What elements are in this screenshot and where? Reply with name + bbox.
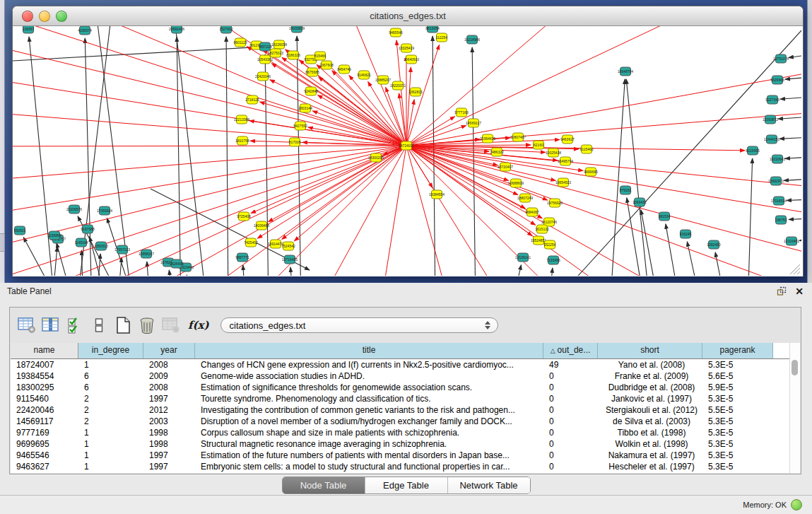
graph-node[interactable]: 8813054 <box>425 26 440 33</box>
table-row[interactable]: 1456911722003Disruption of a novel membe… <box>11 416 800 427</box>
graph-edge[interactable] <box>799 240 801 240</box>
graph-edge[interactable] <box>297 36 301 276</box>
tab-node-table[interactable]: Node Table <box>283 477 365 493</box>
graph-node[interactable]: 9725408 <box>237 212 251 221</box>
graph-node[interactable]: 20206576 <box>66 205 82 214</box>
minimize-window-button[interactable] <box>39 11 50 22</box>
graph-node[interactable]: 18226058 <box>271 40 287 49</box>
graph-node[interactable]: 815466 <box>314 52 326 60</box>
cell-in_degree[interactable]: 6 <box>78 382 143 393</box>
graph-edge[interactable] <box>406 146 451 276</box>
cell-year[interactable]: 1998 <box>143 427 195 438</box>
graph-node[interactable]: 1069432 <box>632 198 647 206</box>
close-panel-icon[interactable]: ✕ <box>795 286 804 297</box>
table-row[interactable]: 911546021997Tourette syndrome. Phenomeno… <box>11 393 800 404</box>
graph-node[interactable]: 19654923 <box>555 178 571 187</box>
table-row[interactable]: 969969511998Structural magnetic resonanc… <box>11 438 800 450</box>
cell-name[interactable]: 9699695 <box>11 438 78 450</box>
cell-pagerank[interactable]: 5.3E-5 <box>702 427 773 438</box>
graph-edge[interactable] <box>748 158 753 276</box>
graph-edge[interactable] <box>785 157 801 158</box>
cell-short[interactable]: Dudbridge et al. (2008) <box>598 382 702 393</box>
cell-title[interactable]: Disruption of a novel member of a sodium… <box>195 416 543 427</box>
graph-node[interactable]: 252254 <box>544 240 556 249</box>
graph-edge[interactable] <box>406 69 801 146</box>
graph-node[interactable]: 8427552 <box>293 122 307 130</box>
cell-name[interactable]: 9463627 <box>11 461 78 472</box>
graph-node[interactable]: 981534 <box>659 212 671 221</box>
float-panel-icon[interactable] <box>777 286 787 296</box>
cell-out_degree[interactable]: 0 <box>543 450 598 461</box>
graph-edge[interactable] <box>406 146 548 200</box>
graph-node[interactable]: 16640910 <box>404 55 419 64</box>
graph-edge[interactable] <box>715 252 726 276</box>
network-view-canvas[interactable]: 1872400786011238912955182260581827502310… <box>13 26 801 276</box>
cell-out_degree[interactable]: 0 <box>543 461 598 472</box>
graph-node[interactable]: 14569117 <box>466 119 481 127</box>
graph-edge[interactable] <box>187 275 191 276</box>
cell-out_degree[interactable]: 0 <box>543 404 598 416</box>
graph-node[interactable]: 16210643 <box>770 155 785 163</box>
graph-edge[interactable] <box>406 26 578 146</box>
cell-title[interactable]: Corpus callosum shape and size in male p… <box>195 427 543 438</box>
cell-in_degree[interactable]: 1 <box>78 427 143 438</box>
graph-edge[interactable] <box>578 30 801 276</box>
graph-node[interactable]: 10807487 <box>510 133 526 141</box>
graph-node[interactable]: 1350513 <box>94 242 108 250</box>
graph-node[interactable]: 817008 <box>289 138 301 146</box>
cell-year[interactable]: 2008 <box>143 359 195 370</box>
network-window-titlebar[interactable]: citations_edges.txt <box>13 6 803 26</box>
graph-node[interactable]: 18300295 <box>368 153 384 162</box>
cell-in_degree[interactable]: 1 <box>78 438 143 450</box>
graph-node[interactable]: 1615132 <box>535 225 549 233</box>
cell-title[interactable]: Genome-wide association studies in ADHD. <box>195 370 543 382</box>
cell-in_degree[interactable]: 1 <box>78 461 143 472</box>
cell-title[interactable]: Changes of HCN gene expression and I(f) … <box>195 359 543 370</box>
graph-node[interactable]: 62160 <box>534 141 544 149</box>
graph-node[interactable]: 1527602 <box>219 26 233 33</box>
graph-node[interactable]: 7133496 <box>546 256 560 264</box>
graph-node[interactable]: 15885207 <box>375 76 391 84</box>
graph-edge[interactable] <box>789 218 801 219</box>
graph-edge[interactable] <box>13 146 406 146</box>
unselect-rows-button[interactable] <box>88 313 110 337</box>
graph-node[interactable]: 9115460 <box>579 145 593 153</box>
cell-in_degree[interactable]: 1 <box>78 359 143 370</box>
graph-edge[interactable] <box>318 95 406 146</box>
graph-edge[interactable] <box>778 117 801 119</box>
graph-node[interactable]: 112254 <box>436 33 448 42</box>
cell-out_degree[interactable]: 0 <box>543 370 598 382</box>
graph-edge[interactable] <box>396 40 406 146</box>
cell-name[interactable]: 9465546 <box>11 450 78 461</box>
graph-node[interactable]: 15751074 <box>773 54 789 63</box>
graph-edge[interactable] <box>290 267 294 276</box>
cell-title[interactable]: Investigating the contribution of common… <box>195 404 543 416</box>
graph-node[interactable]: 7857224 <box>258 42 272 51</box>
graph-node[interactable]: 2526695 <box>170 259 184 268</box>
cell-short[interactable]: Nakamura et al. (1997) <box>598 450 702 461</box>
cell-year[interactable]: 2008 <box>143 382 195 393</box>
cell-pagerank[interactable]: 5.3E-5 <box>702 461 773 472</box>
cell-name[interactable]: 22420046 <box>11 404 78 416</box>
cell-pagerank[interactable]: 5.9E-5 <box>702 382 773 393</box>
graph-edge[interactable] <box>226 37 228 276</box>
graph-node[interactable]: 1092450 <box>707 240 721 249</box>
cell-short[interactable]: Franke et al. (2009) <box>598 370 702 382</box>
cell-out_degree[interactable]: 0 <box>543 393 598 404</box>
cell-short[interactable]: de Silva et al. (2003) <box>598 416 702 427</box>
graph-node[interactable]: 19384554 <box>429 190 445 199</box>
graph-node[interactable]: 19756928 <box>547 199 563 207</box>
close-window-button[interactable] <box>22 11 33 22</box>
graph-edge[interactable] <box>270 80 406 146</box>
delete-rows-button[interactable] <box>136 313 158 337</box>
cell-title[interactable]: Estimation of significance thresholds fo… <box>195 382 543 393</box>
graph-node[interactable]: 4035574 <box>78 26 92 35</box>
graph-edge[interactable] <box>243 265 246 276</box>
graph-node[interactable]: 18807249 <box>517 194 533 202</box>
graph-edge[interactable] <box>780 97 801 99</box>
graph-node[interactable]: 1145194 <box>74 238 88 247</box>
graph-node[interactable]: 9777169 <box>454 108 469 117</box>
graph-node[interactable]: 19136141 <box>515 253 531 262</box>
cell-out_degree[interactable]: 0 <box>543 427 598 438</box>
graph-edge[interactable] <box>626 79 650 276</box>
